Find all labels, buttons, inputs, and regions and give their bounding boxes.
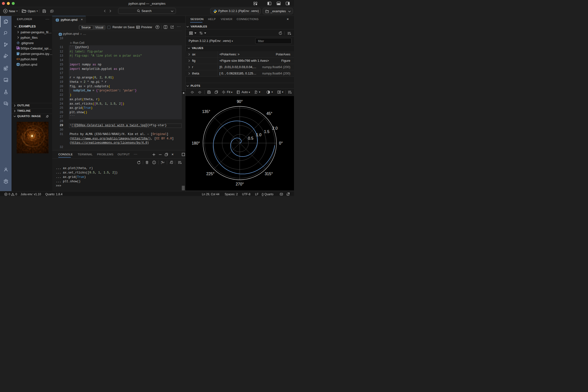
svg-text:1.0: 1.0	[256, 133, 262, 137]
svg-text:270°: 270°	[236, 182, 244, 186]
svg-text:45°: 45°	[266, 112, 272, 116]
svg-text:0.5: 0.5	[248, 136, 253, 140]
svg-text:180°: 180°	[192, 141, 200, 145]
svg-text:135°: 135°	[202, 110, 210, 114]
svg-text:90°: 90°	[237, 100, 242, 104]
svg-text:0°: 0°	[279, 141, 283, 145]
svg-text:1.5: 1.5	[264, 130, 269, 134]
svg-text:2.0: 2.0	[272, 126, 278, 130]
svg-text:ab: ab	[161, 161, 163, 162]
svg-text:225°: 225°	[206, 172, 214, 176]
svg-text:c: c	[161, 162, 162, 164]
svg-text:315°: 315°	[264, 172, 273, 176]
